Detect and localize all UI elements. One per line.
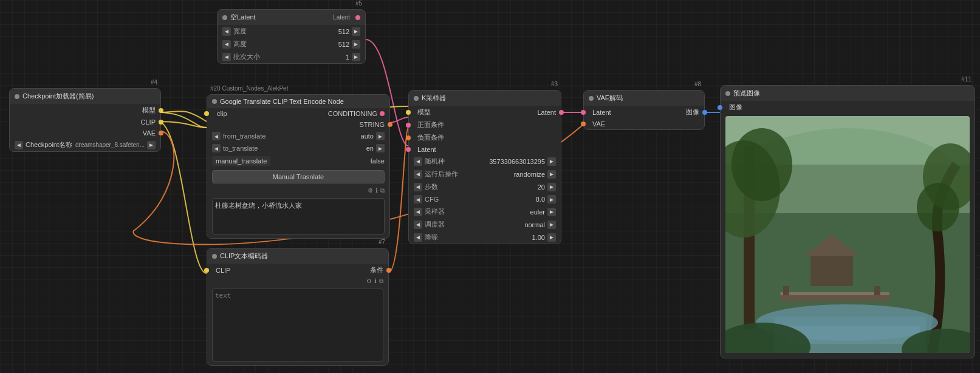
ksampler-sampler-next[interactable]: ► [547,208,556,216]
empty-latent-node: #5 空Latent Latent ◄ 宽度 512 ► ◄ 高度 512 ► … [217,9,366,64]
preview-image-container [725,116,970,353]
ksampler-denoise-prev[interactable]: ◄ [414,233,422,242]
translate-manual-label: manual_translate [212,156,270,166]
translate-clip-input-label: clip [212,110,227,117]
ksampler-negative-port[interactable] [406,135,411,140]
checkpoint-node-header: Checkpoint加载器(简易) [10,89,160,104]
ksampler-latent-in-port[interactable] [406,147,411,152]
translate-to-next[interactable]: ► [376,144,385,152]
translate-from-prev[interactable]: ◄ [212,132,221,140]
vae-decode-header: VAE解码 [584,91,704,106]
ksampler-latent-port[interactable] [559,110,564,115]
clip-encoder-cond-port[interactable] [386,268,391,273]
translate-clip-cond-port[interactable] [380,111,385,116]
translate-from-value: auto [361,132,374,140]
translate-from-label: from_translate [223,132,358,140]
ksampler-control-prev[interactable]: ◄ [414,170,422,179]
ksampler-latent-label: Latent [537,109,556,116]
empty-latent-height-prev[interactable]: ◄ [222,40,231,49]
preview-dot [725,91,730,96]
ksampler-input-positive: 正面条件 [409,118,561,131]
empty-latent-dot [222,15,227,20]
clip-encoder-copy-icon[interactable]: ⧉ [379,278,383,285]
ksampler-scheduler-value: normal [524,221,545,228]
empty-latent-width-row: ◄ 宽度 512 ► [218,25,365,38]
vae-decode-image-label: 图像 [686,108,699,117]
clip-encoder-dot [212,254,217,259]
translate-icons: ⚙ ℹ ⧉ [207,186,389,196]
ksampler-cfg-value: 8.0 [536,196,545,203]
translate-clip-node: #20 Custom_Nodes_AlekPet Google Translat… [207,94,390,239]
translate-manual-btn[interactable]: Manual Trasnlate [212,170,385,183]
ksampler-steps-prev[interactable]: ◄ [414,183,422,191]
translate-settings-icon[interactable]: ⚙ [368,187,373,194]
ksampler-control-next[interactable]: ► [547,170,556,179]
ksampler-scheduler-next[interactable]: ► [547,221,556,229]
ksampler-title: K采样器 [422,94,446,103]
ksampler-seed-value: 357330663013295 [489,158,545,165]
vae-decode-image-port[interactable] [702,110,707,115]
checkpoint-vae-port[interactable] [159,131,163,135]
ksampler-positive-port[interactable] [406,123,411,128]
translate-clip-string-port[interactable] [388,122,392,127]
checkpoint-node-id: #4 [151,79,157,86]
checkpoint-prev-btn[interactable]: ◄ [15,141,23,149]
ksampler-sampler-prev[interactable]: ◄ [414,208,422,216]
empty-latent-header: 空Latent Latent [218,10,365,25]
ksampler-input-latent: Latent [409,144,561,155]
clip-encoder-settings-icon[interactable]: ⚙ [366,278,372,285]
checkpoint-model-port[interactable] [159,108,163,113]
translate-clip-title: Google Translate CLIP Text Encode Node [220,98,344,105]
translate-from-next[interactable]: ► [376,132,385,140]
checkpoint-name-label: Checkpoint名称 [26,140,72,149]
clip-encoder-info-icon[interactable]: ℹ [374,278,377,285]
empty-latent-output-port[interactable] [355,15,360,20]
ksampler-model-port[interactable] [406,110,411,115]
ksampler-denoise-value: 1.00 [532,234,545,241]
translate-info-icon[interactable]: ℹ [375,187,378,194]
vae-decode-latent-label: Latent [589,109,611,116]
vae-decode-vae-port[interactable] [581,121,586,126]
preview-header: 预览图像 [721,86,975,101]
empty-latent-title: 空Latent [230,13,256,22]
ksampler-steps-next[interactable]: ► [547,183,556,191]
vae-decode-vae-row: VAE [584,118,704,129]
checkpoint-clip-port[interactable] [159,120,163,125]
ksampler-control-row: ◄ 运行后操作 randomize ► [409,168,561,180]
translate-to-prev[interactable]: ◄ [212,144,221,152]
ksampler-denoise-next[interactable]: ► [547,233,556,242]
vae-decode-latent-port[interactable] [581,110,586,115]
clip-encoder-clip-label: CLIP [212,267,230,274]
preview-image-port[interactable] [718,105,722,110]
ksampler-seed-prev[interactable]: ◄ [414,157,422,166]
checkpoint-output-vae: VAE [10,128,160,139]
empty-latent-batch-next[interactable]: ► [352,53,360,61]
clip-encoder-clip-port[interactable] [204,268,209,273]
empty-latent-width-next[interactable]: ► [352,27,360,36]
clip-encoder-textarea[interactable] [212,289,383,361]
translate-clip-header: Google Translate CLIP Text Encode Node [207,95,389,108]
translate-manual-value: false [371,157,385,165]
ksampler-cfg-next[interactable]: ► [547,195,556,204]
empty-latent-width-prev[interactable]: ◄ [222,27,231,36]
ksampler-sampler-label: 采样器 [425,207,528,216]
translate-textarea[interactable]: 杜藤老树盘绕，小桥流水人家 [212,198,385,234]
preview-image-svg [725,116,970,353]
checkpoint-output-model: 模型 [10,104,160,117]
ksampler-cfg-prev[interactable]: ◄ [414,195,422,204]
empty-latent-height-next[interactable]: ► [352,40,360,49]
clip-encoder-title: CLIP文本编码器 [220,252,268,261]
empty-latent-batch-prev[interactable]: ◄ [222,53,231,61]
ksampler-latent-in-label: Latent [414,146,436,153]
checkpoint-clip-label: CLIP [141,118,156,126]
translate-copy-icon[interactable]: ⧉ [380,187,385,194]
ksampler-scheduler-prev[interactable]: ◄ [414,221,422,229]
ksampler-steps-row: ◄ 步数 20 ► [409,180,561,193]
checkpoint-model-label: 模型 [142,106,156,115]
ksampler-seed-next[interactable]: ► [547,157,556,166]
translate-clip-port-left[interactable] [204,111,209,116]
ksampler-control-label: 运行后操作 [425,169,512,179]
checkpoint-next-btn[interactable]: ► [147,141,156,149]
translate-clip-dot [212,99,217,104]
translate-from-row: ◄ from_translate auto ► [207,130,389,142]
